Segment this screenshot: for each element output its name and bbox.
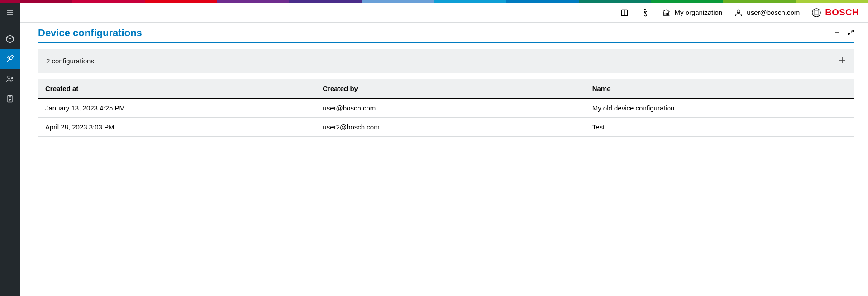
svg-point-16 bbox=[737, 10, 740, 13]
col-created-at[interactable]: Created at bbox=[38, 79, 315, 98]
cube-icon bbox=[5, 34, 14, 43]
content-area: Device configurations 2 configurations bbox=[20, 23, 868, 146]
cell-created_by: user2@bosch.com bbox=[315, 118, 585, 137]
topbar-user-label: user@bosch.com bbox=[747, 9, 800, 16]
cell-name: My old device configuration bbox=[585, 98, 854, 118]
svg-point-17 bbox=[812, 8, 820, 16]
sidebar bbox=[0, 3, 20, 296]
topbar-organization-label: My organization bbox=[674, 9, 722, 16]
building-icon bbox=[662, 8, 671, 17]
hamburger-icon bbox=[5, 8, 14, 17]
cell-created_by: user@bosch.com bbox=[315, 98, 585, 118]
user-icon bbox=[734, 8, 743, 17]
tools-icon bbox=[5, 54, 14, 63]
topbar: My organization user@bosch.com BOSCH bbox=[20, 3, 868, 23]
table-header-row: Created at Created by Name bbox=[38, 79, 854, 98]
topbar-organization[interactable]: My organization bbox=[662, 8, 722, 17]
panel-expand[interactable] bbox=[847, 29, 854, 38]
panel-title: Device configurations bbox=[38, 27, 142, 39]
cell-created_at: January 13, 2023 4:25 PM bbox=[38, 98, 315, 118]
sidebar-item-devices[interactable] bbox=[0, 29, 20, 49]
topbar-docs[interactable] bbox=[620, 8, 629, 17]
svg-line-20 bbox=[849, 33, 851, 35]
col-created-by[interactable]: Created by bbox=[315, 79, 585, 98]
user-group-icon bbox=[5, 74, 14, 83]
sidebar-menu-toggle[interactable] bbox=[0, 3, 20, 23]
svg-point-4 bbox=[11, 77, 13, 79]
expand-icon bbox=[847, 29, 854, 36]
brand-logo[interactable]: BOSCH bbox=[811, 7, 859, 18]
clipboard-icon bbox=[5, 94, 14, 103]
cell-created_at: April 28, 2023 3:03 PM bbox=[38, 118, 315, 137]
sidebar-item-reports[interactable] bbox=[0, 89, 20, 109]
section-icon bbox=[641, 8, 650, 17]
topbar-legal[interactable] bbox=[641, 8, 650, 17]
svg-point-3 bbox=[8, 76, 10, 78]
configurations-table: Created at Created by Name January 13, 2… bbox=[38, 79, 854, 137]
svg-line-19 bbox=[851, 30, 854, 32]
topbar-user[interactable]: user@bosch.com bbox=[734, 8, 800, 17]
configurations-summary-bar: 2 configurations bbox=[38, 49, 854, 73]
table-row[interactable]: January 13, 2023 4:25 PMuser@bosch.comMy… bbox=[38, 98, 854, 118]
table-row[interactable]: April 28, 2023 3:03 PMuser2@bosch.comTes… bbox=[38, 118, 854, 137]
cell-name: Test bbox=[585, 118, 854, 137]
panel-header: Device configurations bbox=[38, 27, 854, 43]
sidebar-item-tools[interactable] bbox=[0, 49, 20, 69]
add-configuration-button[interactable] bbox=[838, 56, 846, 66]
plus-icon bbox=[838, 56, 846, 64]
panel-actions bbox=[834, 29, 854, 38]
col-name[interactable]: Name bbox=[585, 79, 854, 98]
configurations-count-text: 2 configurations bbox=[46, 57, 94, 65]
book-icon bbox=[620, 8, 629, 17]
sidebar-item-users[interactable] bbox=[0, 69, 20, 89]
minimize-icon bbox=[834, 29, 841, 36]
panel-minimize[interactable] bbox=[834, 29, 841, 38]
bosch-logo-icon bbox=[811, 8, 821, 18]
brand-logo-text: BOSCH bbox=[825, 7, 859, 18]
